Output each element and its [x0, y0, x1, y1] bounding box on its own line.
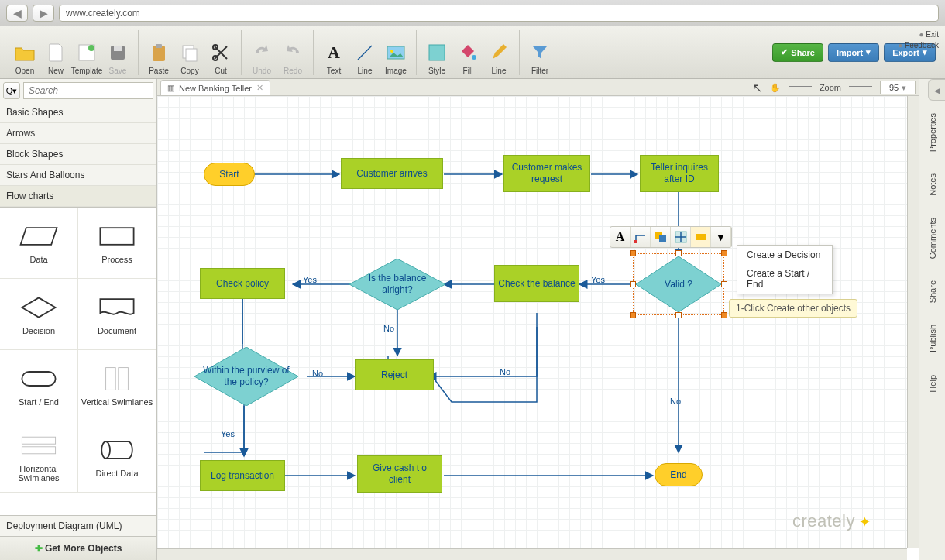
shape-start-end[interactable]: Start / End	[0, 350, 78, 421]
mini-duplicate-icon[interactable]	[691, 227, 711, 247]
canvas[interactable]: Start Customer arrives Customer makes re…	[157, 96, 907, 548]
rail-comments[interactable]: Comments	[928, 207, 937, 270]
save-icon	[107, 42, 129, 64]
svg-point-12	[390, 50, 393, 53]
meta-links: Exit Feedback	[898, 29, 939, 51]
node-check-policy[interactable]: Check policy	[200, 268, 285, 299]
svg-line-10	[358, 46, 372, 60]
save-button[interactable]: Save	[102, 33, 133, 75]
node-mini-toolbar[interactable]: A ▼	[610, 226, 732, 248]
category-arrows[interactable]: Arrows	[0, 123, 156, 144]
redo-button[interactable]: Redo	[277, 33, 308, 75]
rail-share[interactable]: Share	[928, 270, 937, 314]
node-customer-arrives[interactable]: Customer arrives	[341, 158, 443, 189]
template-button[interactable]: Template	[71, 33, 102, 75]
node-end[interactable]: End	[655, 463, 703, 486]
browser-bar: ◀ ▶ www.creately.com	[0, 0, 945, 26]
paste-button[interactable]: Paste	[143, 33, 174, 75]
shape-direct-data[interactable]: Direct Data	[78, 421, 156, 493]
svg-point-21	[101, 441, 110, 459]
rail-publish[interactable]: Publish	[928, 314, 937, 363]
node-start[interactable]: Start	[204, 163, 255, 186]
svg-rect-15	[100, 228, 133, 245]
node-log-transaction[interactable]: Log transaction	[200, 460, 285, 491]
shape-data[interactable]: Data	[0, 208, 78, 279]
vertical-scrollbar[interactable]	[907, 96, 919, 548]
edge-label: No	[312, 369, 323, 378]
category-basic-shapes[interactable]: Basic Shapes	[0, 102, 156, 123]
new-button[interactable]: New	[40, 33, 71, 75]
pointer-tool[interactable]: ↖	[752, 81, 762, 95]
text-tool-button[interactable]: AText	[318, 33, 349, 75]
node-within-policy[interactable]: Within the purview of the policy?	[194, 347, 298, 406]
svg-point-1	[88, 45, 94, 51]
fill-icon	[457, 42, 479, 64]
text-icon: A	[323, 42, 345, 64]
line-style-button[interactable]: Line	[483, 33, 514, 75]
rail-help[interactable]: Help	[928, 364, 937, 404]
svg-rect-20	[22, 446, 55, 453]
filter-button[interactable]: Filter	[524, 33, 555, 75]
cut-button[interactable]: Cut	[205, 33, 236, 75]
rail-properties[interactable]: Properties	[928, 102, 937, 163]
get-more-objects[interactable]: ✚ Get More Objects	[0, 536, 156, 560]
zoom-value[interactable]: 95 ▾	[880, 81, 916, 94]
search-button[interactable]: Q▾	[3, 82, 20, 99]
node-teller-inquires[interactable]: Teller inquires after ID	[640, 155, 719, 192]
style-icon	[426, 42, 448, 64]
exit-link[interactable]: Exit	[898, 29, 939, 40]
feedback-link[interactable]: Feedback	[898, 40, 939, 51]
svg-rect-36	[634, 240, 637, 243]
mini-text-icon[interactable]: A	[610, 227, 631, 247]
category-block-shapes[interactable]: Block Shapes	[0, 144, 156, 165]
shape-document[interactable]: Document	[78, 279, 156, 350]
node-customer-request[interactable]: Customer makes request	[503, 155, 590, 192]
rail-toggle[interactable]: ◂	[928, 79, 945, 101]
mini-table-icon[interactable]	[671, 227, 691, 247]
redo-icon	[282, 42, 304, 64]
node-balance-ok[interactable]: Is the balance alright?	[349, 259, 445, 310]
category-stars-balloons[interactable]: Stars And Balloons	[0, 165, 156, 186]
tab-close-button[interactable]: ✕	[256, 83, 263, 93]
category-flow-charts[interactable]: Flow charts	[0, 186, 156, 207]
svg-rect-16	[22, 372, 55, 386]
ctx-create-start-end[interactable]: Create a Start / End	[737, 264, 832, 294]
edge-label: No	[383, 324, 394, 333]
hand-tool[interactable]: ✋	[770, 83, 781, 93]
fill-button[interactable]: Fill	[452, 33, 483, 75]
edge-label: Yes	[591, 275, 605, 284]
mini-arrange-icon[interactable]	[651, 227, 671, 247]
image-tool-button[interactable]: Image	[380, 33, 411, 75]
style-button[interactable]: Style	[421, 33, 452, 75]
svg-rect-17	[106, 367, 116, 390]
nav-forward-button[interactable]: ▶	[33, 5, 54, 22]
shape-hswimlanes[interactable]: Horizontal Swimlanes	[0, 421, 78, 493]
share-button[interactable]: ✔ Share	[772, 43, 823, 62]
rail-notes[interactable]: Notes	[928, 163, 937, 207]
edge-label: Yes	[221, 429, 235, 438]
doc-icon: ▥	[167, 84, 174, 92]
ctx-create-decision[interactable]: Create a Decision	[737, 246, 832, 264]
search-input[interactable]	[23, 82, 153, 99]
shape-process[interactable]: Process	[78, 208, 156, 279]
line-tool-button[interactable]: Line	[349, 33, 380, 75]
nav-back-button[interactable]: ◀	[6, 5, 28, 22]
open-button[interactable]: Open	[9, 33, 40, 75]
svg-rect-7	[186, 49, 197, 61]
mini-connector-icon[interactable]	[631, 227, 651, 247]
mini-more-icon[interactable]: ▼	[711, 227, 731, 247]
url-bar[interactable]: www.creately.com	[59, 5, 939, 22]
import-button[interactable]: Import ▾	[828, 43, 879, 62]
horizontal-scrollbar[interactable]	[157, 548, 907, 560]
copy-button[interactable]: Copy	[174, 33, 205, 75]
shape-decision[interactable]: Decision	[0, 279, 78, 350]
node-check-balance[interactable]: Check the balance	[494, 265, 579, 302]
document-tab[interactable]: ▥ New Banking Teller ✕	[160, 80, 270, 95]
panel-footer-item[interactable]: Deployment Diagram (UML)	[0, 515, 156, 536]
node-valid[interactable]: Valid ?	[636, 256, 721, 312]
node-give-cash[interactable]: Give cash t o client	[357, 455, 442, 493]
undo-button[interactable]: Undo	[246, 33, 277, 75]
node-reject[interactable]: Reject	[355, 359, 434, 390]
context-menu[interactable]: Create a Decision Create a Start / End	[737, 245, 833, 294]
shape-vswimlanes[interactable]: Vertical Swimlanes	[78, 350, 156, 421]
